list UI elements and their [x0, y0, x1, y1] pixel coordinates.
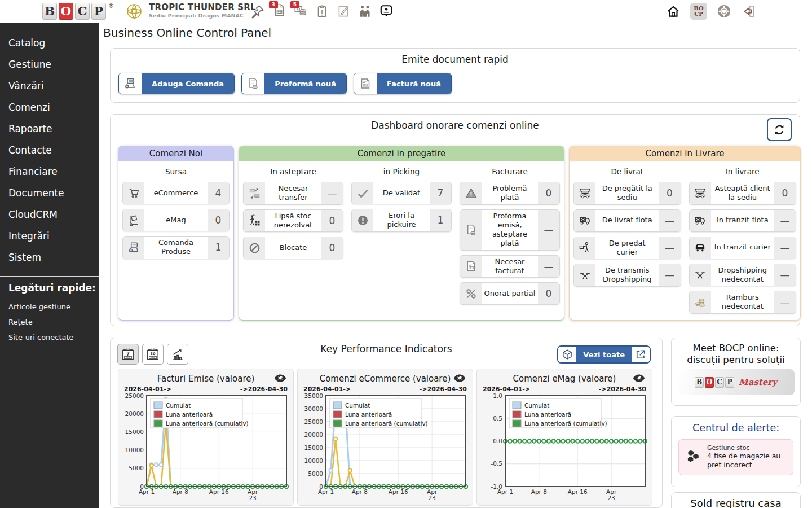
chart-growth-icon[interactable] [167, 344, 188, 365]
line-chart-comenzi-emag: -1.0-0.50.00.51.0Apr 1Apr 8Apr 16Apr23Cu… [482, 393, 648, 505]
svg-text:Luna anterioară (cumulativ): Luna anterioară (cumulativ) [166, 420, 249, 427]
meet-bocp-panel: Meet BOCP online: discuții pentru soluți… [671, 338, 801, 406]
alert-item-gestiune-stoc[interactable]: Gestiune stoc 4 fise de magazie au pret … [678, 439, 793, 475]
stat-value: — [659, 237, 681, 259]
stat-row-predat-curier[interactable]: De predat curier — [573, 237, 681, 260]
stat-row-tranzit-flota[interactable]: In tranzit flota — [689, 209, 797, 232]
svg-text:10000: 10000 [304, 457, 323, 464]
sidebar-item-gestiune[interactable]: Gestiune [0, 54, 99, 75]
stat-label: eMag [144, 209, 208, 231]
svg-text:15000: 15000 [304, 444, 323, 451]
notes-icon[interactable] [336, 3, 351, 20]
meet-title-line2: discuții pentru soluții [672, 354, 800, 366]
stat-label: Erori la pickuire [373, 209, 430, 231]
eye-icon[interactable] [633, 374, 645, 383]
stat-row-problema-plata[interactable]: Problemă plată 0 [460, 182, 560, 205]
stat-row-transmis-dropshipping[interactable]: De transmis Dropshipping — [573, 264, 681, 287]
stat-row-tranzit-curier[interactable]: In tranzit curier — [689, 237, 797, 259]
see-all-button[interactable]: Vezi toate [557, 345, 651, 364]
stat-row-necesar-facturat[interactable]: Necesar facturat — [460, 255, 560, 278]
stat-row-dropshipping-nedecontat[interactable]: Dropshipping nedecontat — [689, 264, 797, 287]
new-proforma-label: Proformă nouă [264, 73, 346, 94]
stat-label: De pregătit la sediu [595, 182, 659, 204]
group-in-picking: in Picking De validat 7 Erori la pickuir… [347, 161, 456, 309]
stat-row-necesar-transfer[interactable]: Necesar transfer — [243, 182, 343, 205]
stat-row-erori-pickuire[interactable]: Erori la pickuire 1 [351, 209, 452, 232]
sidebar-item-comenzi[interactable]: Comenzi [0, 97, 99, 118]
mini-letter-p: P [725, 377, 734, 388]
stat-row-proforma-emisa[interactable]: Proforma emisă, asteptare plată — [460, 209, 560, 251]
sidebar-item-catalog[interactable]: Catalog [0, 32, 99, 54]
clipboard-icon[interactable] [314, 3, 330, 20]
home-icon[interactable] [665, 3, 681, 20]
quick-link-retete[interactable]: Rețete [0, 314, 99, 330]
sidebar-item-contacte[interactable]: Contacte [0, 139, 99, 161]
stat-row-blocate[interactable]: Blocate 0 [243, 237, 343, 259]
calendar-30-icon[interactable]: 30DAYS [142, 344, 164, 365]
quick-link-articole-gestiune[interactable]: Articole gestiune [0, 299, 99, 314]
stat-row-comanda-produse[interactable]: S Comanda Produse 1 [122, 236, 230, 259]
pin-icon[interactable] [250, 3, 266, 20]
payments-icon[interactable]: 5 [293, 3, 308, 20]
sidebar-item-sistem[interactable]: Sistem [0, 247, 99, 268]
calendar-7-icon[interactable]: 7DAYS [117, 344, 139, 365]
partners-icon[interactable] [357, 3, 373, 20]
documents-icon[interactable]: 3 [271, 3, 287, 20]
payments-badge: 5 [290, 1, 299, 8]
stat-row-pregatit-sediu[interactable]: De pregătit la sediu 0 [573, 182, 681, 205]
chart-date-from: 2026-04-01-> [124, 386, 171, 393]
support-chat-icon[interactable] [378, 3, 394, 20]
stat-row-onorat-partial[interactable]: Onorat partial 0 [460, 282, 560, 305]
sidebar-item-documente[interactable]: Documente [0, 182, 99, 204]
kpi-toolbar: 7DAYS 30DAYS [117, 344, 188, 365]
new-proforma-button[interactable]: Proformă nouă [241, 73, 347, 94]
group-in-asteptare-title: In asteptare [243, 167, 343, 176]
stat-row-livrat-flota[interactable]: De livrat flota — [573, 209, 681, 232]
new-invoice-button[interactable]: Factură nouă [354, 73, 452, 94]
logout-icon[interactable] [741, 3, 757, 20]
stat-row-emag[interactable]: eMag 0 [122, 209, 230, 231]
quick-link-siteuri-conectate[interactable]: Site-uri conectate [0, 330, 99, 345]
stat-label: Problemă plată [482, 182, 538, 204]
stat-value: — [659, 210, 681, 231]
chart-date-to: ->2026-04-30 [420, 386, 467, 393]
svg-text:0.0: 0.0 [493, 437, 502, 444]
help-icon[interactable] [716, 3, 732, 20]
stat-row-de-validat[interactable]: De validat 7 [351, 182, 452, 204]
stat-label: Necesar transfer [265, 182, 321, 204]
sidebar-item-integrari[interactable]: Integrări [0, 225, 99, 247]
sidebar-item-rapoarte[interactable]: Rapoarte [0, 118, 99, 139]
svg-text:5000: 5000 [308, 470, 323, 477]
add-order-button[interactable]: S Adauga Comanda [118, 73, 235, 94]
sidebar-item-financiare[interactable]: Financiare [0, 161, 99, 182]
company-info: TROPIC THUNDER SRL Sediu Principal: Drag… [149, 2, 256, 19]
stat-label: Proforma emisă, asteptare plată [482, 210, 538, 250]
stat-row-ecommerce[interactable]: eCommerce 4 [122, 182, 230, 204]
stat-row-asteapta-client[interactable]: Asteaptă client la sediu 0 [689, 182, 797, 205]
svg-text:Apr 16: Apr 16 [389, 488, 408, 495]
chart-date-from: 2026-04-01-> [303, 386, 351, 393]
stat-row-ramburs-nedecontat[interactable]: Ramburs nedecontat — [689, 291, 797, 314]
stat-value: 4 [208, 182, 229, 204]
svg-text:Apr 1: Apr 1 [139, 488, 155, 495]
bocp-badge[interactable]: BO CP [690, 3, 707, 20]
svg-text:Luna anterioară: Luna anterioară [345, 411, 392, 418]
drone-icon [690, 264, 711, 286]
svg-text:Luna anterioară (cumulativ): Luna anterioară (cumulativ) [345, 420, 428, 427]
bocp-mastery-banner[interactable]: B O C P Mastery [677, 369, 795, 395]
eye-icon[interactable] [274, 374, 286, 383]
page-title: Business Online Control Panel [103, 26, 271, 40]
svg-text:0.5: 0.5 [493, 415, 502, 422]
stat-row-lipsa-stoc[interactable]: Lipsă stoc nerezolvat 0 [243, 209, 343, 233]
new-invoice-label: Factură nouă [377, 73, 451, 94]
doc-coins-icon [460, 210, 482, 250]
sidebar-item-cloudcrm[interactable]: CloudCRM [0, 204, 99, 225]
stat-value: — [538, 210, 559, 250]
courier-icon [574, 237, 595, 259]
sidebar-item-vanzari[interactable]: Vânzări [0, 75, 99, 97]
svg-text:30000: 30000 [304, 405, 323, 412]
bocp-logo[interactable]: B O C P ® [42, 3, 114, 20]
eye-icon[interactable] [453, 374, 466, 383]
register-icon: S [119, 73, 142, 94]
refresh-button[interactable] [767, 118, 792, 141]
